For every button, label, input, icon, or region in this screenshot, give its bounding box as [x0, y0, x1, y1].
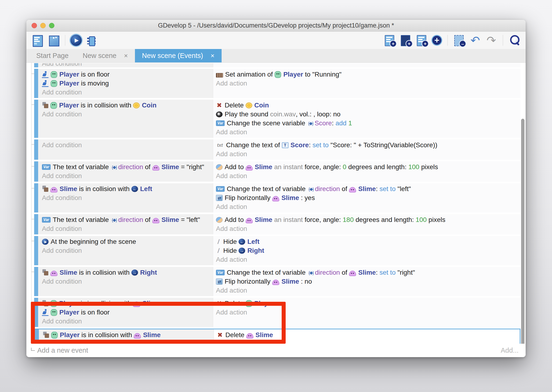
event-sentence[interactable]: Player is in collision with Coin: [42, 101, 213, 110]
event-sentence[interactable]: Play the sound coin.wav, vol.: , loop: n…: [216, 110, 520, 119]
delete-event-icon[interactable]: –: [453, 34, 466, 47]
title-bar[interactable]: GDevelop 5 - /Users/david/Documents/GDev…: [26, 20, 526, 32]
add-condition-button[interactable]: Add condition: [42, 110, 213, 119]
actions-cell[interactable]: VarChange the text of variable {◆}direct…: [213, 183, 520, 212]
event-handle[interactable]: [34, 298, 38, 327]
events-editor-icon[interactable]: [31, 34, 44, 47]
event-sentence[interactable]: /Hide →Right: [216, 246, 520, 255]
add-condition-button[interactable]: Add condition: [42, 88, 213, 97]
add-action-button[interactable]: Add action: [217, 339, 520, 344]
event-handle[interactable]: [34, 214, 38, 234]
event-handle[interactable]: [34, 183, 38, 212]
event-handle[interactable]: [34, 69, 38, 98]
add-condition-button[interactable]: Add condition: [42, 277, 213, 286]
add-condition-button[interactable]: Add condition: [42, 193, 213, 202]
add-condition-button[interactable]: Add condition: [42, 171, 213, 181]
scene-editor-icon[interactable]: [47, 34, 60, 47]
event-sentence[interactable]: ⇄Flip horizontally Slime : no: [216, 277, 520, 286]
event-sentence[interactable]: Player is in collision with Slime: [43, 330, 214, 339]
play-icon[interactable]: ▶: [70, 35, 82, 46]
event-sentence[interactable]: /Hide ←Left: [216, 237, 520, 246]
event-handle[interactable]: [35, 329, 39, 344]
actions-cell[interactable]: /Hide ←Left/Hide →RightAdd action: [213, 236, 520, 265]
actions-cell[interactable]: VarChange the text of variable {◆}direct…: [213, 267, 520, 296]
event-sentence[interactable]: VarChange the text of variable {◆}direct…: [216, 268, 520, 277]
event-handle[interactable]: [34, 63, 38, 67]
conditions-cell[interactable]: Player is in collision with SlimePlayer …: [39, 329, 214, 344]
add-new-event-button[interactable]: Add a new event: [37, 347, 88, 354]
actions-cell[interactable]: Add to Slime an instant force, angle: 18…: [213, 214, 520, 234]
tab-start-page[interactable]: Start Page: [29, 49, 76, 63]
add-button[interactable]: Add...: [501, 347, 518, 354]
event-sentence[interactable]: Add to Slime an instant force, angle: 18…: [216, 215, 520, 224]
add-condition-button[interactable]: Add condition: [42, 246, 213, 255]
event-sentence[interactable]: ✖Delete Coin: [216, 101, 520, 110]
add-condition-button[interactable]: Add condition: [42, 224, 213, 233]
tab-close-icon[interactable]: ×: [124, 52, 128, 60]
event-sentence[interactable]: ✖Delete Slime: [217, 330, 520, 339]
event-sentence[interactable]: txtChange the text of TScore: set to "Sc…: [216, 141, 520, 150]
vertical-scrollbar[interactable]: [521, 119, 524, 354]
actions-cell[interactable]: txtChange the text of TScore: set to "Sc…: [213, 140, 520, 160]
tab-new-scene-events[interactable]: New scene (Events)×: [135, 49, 222, 63]
event-sentence[interactable]: Add to Slime an instant force, angle: 0 …: [216, 162, 520, 171]
actions-cell[interactable]: [213, 63, 520, 67]
actions-cell[interactable]: Add to Slime an instant force, angle: 0 …: [213, 161, 520, 182]
event-sentence[interactable]: Slime is in collision with →Right: [42, 268, 213, 277]
add-condition-button[interactable]: Add condition: [42, 141, 213, 150]
event-handle[interactable]: [34, 236, 38, 265]
conditions-cell[interactable]: Player is in collision with CoinAdd cond…: [38, 100, 213, 138]
conditions-cell[interactable]: Slime is in collision with →RightAdd con…: [38, 267, 213, 296]
conditions-cell[interactable]: ▶At the beginning of the sceneAdd condit…: [38, 236, 213, 265]
add-action-button[interactable]: Add action: [216, 286, 520, 295]
event-sentence[interactable]: Player is moving: [42, 79, 213, 88]
event-sentence[interactable]: VarChange the scene variable {◆}Score: a…: [216, 119, 520, 128]
event-sentence[interactable]: VarChange the text of variable {◆}direct…: [216, 184, 520, 193]
conditions-cell[interactable]: VarThe text of variable {◆}direction of …: [38, 161, 213, 182]
event-sentence[interactable]: Set animation of Player to "Running": [216, 70, 520, 79]
add-action-button[interactable]: Add action: [216, 128, 520, 137]
add-event-icon[interactable]: +: [383, 34, 396, 47]
tab-new-scene[interactable]: New scene×: [76, 49, 135, 63]
event-handle[interactable]: [34, 140, 38, 160]
redo-icon[interactable]: ↷: [485, 34, 498, 47]
actions-cell[interactable]: ✖Delete SlimeAdd action: [214, 329, 520, 344]
event-sentence[interactable]: Player is in collision with Slime: [42, 299, 213, 308]
add-condition-button[interactable]: Add condition: [42, 317, 213, 326]
add-action-button[interactable]: Add action: [216, 79, 520, 88]
conditions-cell[interactable]: Player is in collision with SlimePlayer …: [38, 298, 213, 327]
event-sentence[interactable]: Player is on floor: [42, 308, 213, 317]
add-action-button[interactable]: Add action: [216, 308, 520, 317]
conditions-cell[interactable]: Add condition: [38, 63, 213, 67]
event-handle[interactable]: [34, 267, 38, 296]
actions-cell[interactable]: ✖Delete PlayerAdd action: [213, 298, 520, 327]
event-sentence[interactable]: ▶At the beginning of the scene: [42, 237, 213, 246]
conditions-cell[interactable]: Slime is in collision with ←LeftAdd cond…: [38, 183, 213, 212]
actions-cell[interactable]: ✖Delete CoinPlay the sound coin.wav, vol…: [213, 100, 520, 138]
add-action-button[interactable]: Add action: [216, 255, 520, 264]
add-action-button[interactable]: Add action: [216, 224, 520, 233]
event-sentence[interactable]: Player is on floor: [42, 70, 213, 79]
event-sentence[interactable]: ✖Delete Player: [216, 299, 520, 308]
add-action-button[interactable]: Add action: [216, 202, 520, 211]
tab-close-icon[interactable]: ×: [211, 52, 214, 60]
add-circle-icon[interactable]: +: [431, 35, 442, 46]
add-condition-button[interactable]: Add condition: [42, 63, 213, 67]
add-comment-icon[interactable]: +: [415, 34, 428, 47]
search-icon[interactable]: [508, 34, 521, 47]
event-sentence[interactable]: ⇄Flip horizontally Slime : yes: [216, 193, 520, 202]
conditions-cell[interactable]: Player is on floorPlayer is movingAdd co…: [38, 69, 213, 98]
add-action-button[interactable]: Add action: [216, 150, 520, 159]
event-sentence[interactable]: Player is falling: [43, 339, 214, 344]
add-sub-event-icon[interactable]: +: [399, 34, 412, 47]
event-sentence[interactable]: Slime is in collision with ←Left: [42, 184, 213, 193]
conditions-cell[interactable]: VarThe text of variable {◆}direction of …: [38, 214, 213, 234]
add-action-button[interactable]: Add action: [216, 171, 520, 181]
debug-icon[interactable]: [85, 34, 98, 47]
event-handle[interactable]: [34, 100, 38, 138]
conditions-cell[interactable]: Add condition: [38, 140, 213, 160]
event-handle[interactable]: [34, 161, 38, 182]
event-sentence[interactable]: VarThe text of variable {◆}direction of …: [42, 162, 213, 171]
undo-icon[interactable]: ↶: [469, 34, 482, 47]
event-sentence[interactable]: VarThe text of variable {◆}direction of …: [42, 215, 213, 224]
